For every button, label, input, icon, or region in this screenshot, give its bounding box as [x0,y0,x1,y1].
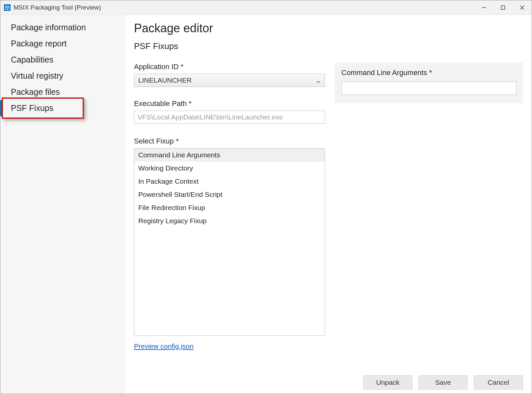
page-title: Package editor [134,21,523,35]
sidebar-item-package-report[interactable]: Package report [0,36,125,52]
maximize-button[interactable] [493,0,513,15]
sidebar-item-label: Package information [11,23,86,32]
close-button[interactable] [513,0,532,15]
left-column: Application ID * LINELAUNCHER Executable… [134,63,325,394]
sidebar-item-label: Package files [11,87,60,96]
window-controls [474,0,532,15]
exe-path-input[interactable] [134,111,325,124]
body: Package informationPackage reportCapabil… [0,15,532,394]
sidebar-item-label: Capabilities [11,55,53,64]
sidebar-item-package-files[interactable]: Package files [0,84,125,100]
main-content: Package editor PSF Fixups Application ID… [125,15,532,394]
window-title: MSIX Packaging Tool (Preview) [13,4,101,11]
preview-config-link[interactable]: Preview config.json [134,342,325,350]
sidebar-item-label: Virtual registry [11,71,63,80]
cancel-button[interactable]: Cancel [474,375,523,390]
sidebar-item-psf-fixups[interactable]: PSF Fixups [0,100,125,116]
fixup-item[interactable]: Working Directory [134,162,325,175]
fixup-item[interactable]: Powershell Start/End Script [134,188,325,201]
sidebar-item-virtual-registry[interactable]: Virtual registry [0,68,125,84]
select-fixup-label: Select Fixup * [134,137,325,145]
unpack-button[interactable]: Unpack [363,375,412,390]
sidebar-item-capabilities[interactable]: Capabilities [0,52,125,68]
sidebar: Package informationPackage reportCapabil… [0,15,125,394]
app-icon [4,4,11,11]
cmdline-args-input[interactable] [341,82,517,95]
fixup-item[interactable]: Registry Legacy Fixup [134,214,325,227]
content-columns: Application ID * LINELAUNCHER Executable… [134,63,523,394]
sidebar-item-label: PSF Fixups [11,103,53,113]
app-id-select[interactable]: LINELAUNCHER [134,74,325,87]
svg-rect-2 [501,6,505,9]
sidebar-item-package-information[interactable]: Package information [0,19,125,36]
right-column: Command Line Arguments * [335,63,523,394]
app-id-label: Application ID * [134,63,325,71]
save-button[interactable]: Save [418,375,468,390]
chevron-down-icon [316,78,321,83]
app-window: MSIX Packaging Tool (Preview) Package in… [0,0,532,394]
fixup-listbox[interactable]: Command Line ArgumentsWorking DirectoryI… [134,148,325,336]
subheading: PSF Fixups [134,41,523,51]
minimize-button[interactable] [474,0,493,15]
right-panel: Command Line Arguments * [335,63,523,103]
fixup-item[interactable]: In Package Context [134,175,325,188]
sidebar-item-label: Package report [11,39,67,48]
footer-buttons: Unpack Save Cancel [363,375,523,390]
titlebar: MSIX Packaging Tool (Preview) [0,0,532,15]
fixup-item[interactable]: Command Line Arguments [134,148,325,162]
fixup-item[interactable]: File Redirection Fixup [134,201,325,214]
exe-path-label: Executable Path * [134,99,325,108]
cmdline-args-label: Command Line Arguments * [341,68,517,77]
app-id-value: LINELAUNCHER [138,76,192,84]
